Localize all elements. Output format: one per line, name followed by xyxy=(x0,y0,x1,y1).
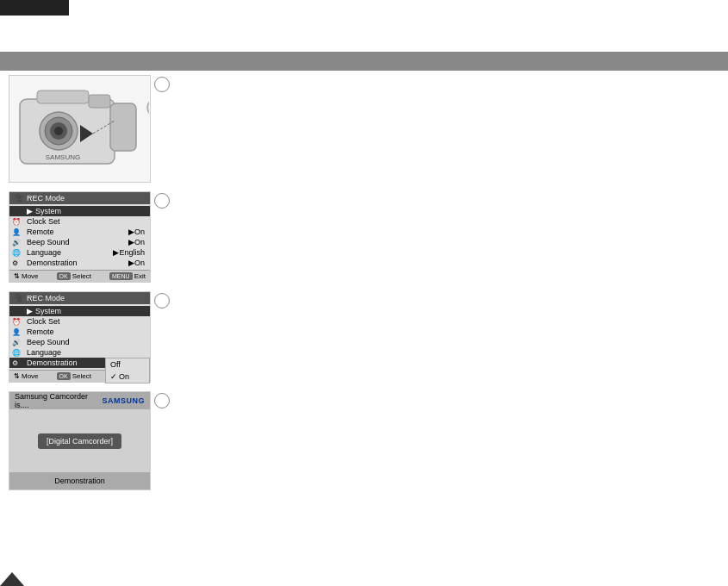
step1-marker-col xyxy=(151,75,177,92)
menu2-row-beep: 🔊 Beep Sound xyxy=(9,337,150,347)
menu2-row-system-label: System xyxy=(35,307,61,315)
step1-circle-marker xyxy=(154,77,170,92)
menu2-body: ▶ System ⏰ Clock Set 👤 Remote 🔊 Beep Sou… xyxy=(9,304,150,370)
menu2-cam-icon: 🎥 xyxy=(14,294,23,302)
left-column: SAMSUNG 🎥 REC Mode xyxy=(0,71,190,586)
menu2-row-beep-label: Beep Sound xyxy=(27,338,70,346)
demo-top-bar: Samsung Camcorder is.... SAMSUNG xyxy=(9,392,150,409)
menu1-menu-btn: MENU xyxy=(109,272,133,280)
menu1-row-language: 🌐 Language ▶English xyxy=(9,247,150,258)
menu1-footer-menu: MENU Exit xyxy=(109,272,146,280)
menu2-row-clockset-icon: ⏰ xyxy=(12,318,21,326)
menu2-footer-move: ⇅ Move xyxy=(14,372,39,380)
svg-rect-6 xyxy=(89,95,110,108)
menu-box-2: 🎥 REC Mode ▶ System ⏰ Clock Set 👤 xyxy=(9,291,151,383)
menu1-row-beep-arrow: ▶On xyxy=(128,238,145,246)
menu2-row-clockset: ⏰ Clock Set xyxy=(9,316,150,327)
menu1-row-demo-arrow: ▶On xyxy=(128,259,145,267)
submenu-on-item: ✓ On xyxy=(106,371,149,383)
svg-rect-7 xyxy=(110,103,136,151)
step3-circle-marker xyxy=(154,293,170,309)
menu2-title: REC Mode xyxy=(27,294,65,302)
digital-camcorder-button: [Digital Camcorder] xyxy=(38,433,121,449)
menu1-cam-icon: 🎥 xyxy=(14,194,23,203)
menu2-footer-ok: OK Select xyxy=(57,372,91,380)
step3-row: 🎥 REC Mode ▶ System ⏰ Clock Set 👤 xyxy=(9,291,181,383)
menu1-move-label: Move xyxy=(22,272,39,280)
menu2-row-language: 🌐 Language xyxy=(9,347,150,358)
menu1-row-beep-icon: 🔊 xyxy=(12,239,21,246)
menu2-move-icon: ⇅ xyxy=(14,372,20,380)
svg-point-4 xyxy=(54,127,63,135)
top-bar xyxy=(0,0,69,16)
main-content: SAMSUNG 🎥 REC Mode xyxy=(0,71,728,586)
svg-rect-5 xyxy=(37,90,89,103)
demo-bottom-bar: Demonstration xyxy=(9,472,150,489)
menu1-row-demo: ⚙ Demonstration ▶On xyxy=(9,258,150,268)
submenu-off-item: Off xyxy=(106,358,149,371)
menu1-row-remote-arrow: ▶On xyxy=(128,228,145,236)
step4-row: Samsung Camcorder is.... SAMSUNG [Digita… xyxy=(9,391,181,490)
menu2-select-label: Select xyxy=(72,372,91,380)
menu2-row-remote-icon: 👤 xyxy=(12,328,21,336)
menu1-row-remote: 👤 Remote ▶On xyxy=(9,227,150,237)
menu1-row-clockset-label: Clock Set xyxy=(27,217,60,226)
menu2-row-demo: ⚙ Demonstration Off ✓ On xyxy=(9,358,150,368)
menu1-row-system: ▶ System xyxy=(9,206,150,216)
menu1-select-label: Select xyxy=(72,272,91,280)
demo-screen-box: Samsung Camcorder is.... SAMSUNG [Digita… xyxy=(9,391,151,490)
menu2-row-system: ▶ System xyxy=(9,306,150,316)
menu2-row-language-label: Language xyxy=(27,348,61,357)
menu1-footer: ⇅ Move OK Select MENU Exit xyxy=(9,270,150,282)
menu1-footer-move: ⇅ Move xyxy=(14,272,39,280)
menu1-row-remote-icon: 👤 xyxy=(12,228,21,236)
menu2-row-demo-label: Demonstration xyxy=(27,358,78,367)
right-column xyxy=(190,71,728,586)
menu1-row-clockset: ⏰ Clock Set xyxy=(9,216,150,227)
menu1-row-clockset-icon: ⏰ xyxy=(12,218,21,226)
step3-marker-col xyxy=(151,291,177,309)
menu2-row-remote: 👤 Remote xyxy=(9,327,150,337)
menu2-titlebar: 🎥 REC Mode xyxy=(9,292,150,304)
camera-illustration: SAMSUNG xyxy=(11,78,149,181)
menu1-row-system-arrow: ▶ xyxy=(27,207,33,215)
step2-row: 🎥 REC Mode ▶ System ⏰ Clock Set 👤 xyxy=(9,191,181,283)
samsung-logo: SAMSUNG xyxy=(102,396,145,405)
submenu-on-label: On xyxy=(119,372,129,381)
menu2-move-label: Move xyxy=(22,372,39,380)
menu1-move-icon: ⇅ xyxy=(14,272,20,280)
menu2-row-system-arrow: ▶ xyxy=(27,307,33,315)
menu1-row-demo-icon: ⚙ xyxy=(12,259,18,267)
demo-content-area: [Digital Camcorder] xyxy=(9,409,150,472)
camera-image-box: SAMSUNG xyxy=(9,75,151,183)
menu1-row-language-label: Language xyxy=(27,248,61,257)
step2-circle-marker xyxy=(154,193,170,209)
menu1-row-remote-label: Remote xyxy=(27,228,54,236)
menu2-row-demo-icon: ⚙ xyxy=(12,359,18,367)
step4-marker-col xyxy=(151,391,177,408)
demo-top-text: Samsung Camcorder is.... xyxy=(15,392,102,409)
svg-text:SAMSUNG: SAMSUNG xyxy=(45,153,79,161)
menu1-row-lang-icon: 🌐 xyxy=(12,249,21,257)
menu-box-1: 🎥 REC Mode ▶ System ⏰ Clock Set 👤 xyxy=(9,191,151,283)
menu2-row-clockset-label: Clock Set xyxy=(27,317,60,326)
menu1-body: ▶ System ⏰ Clock Set 👤 Remote ▶On 🔊 xyxy=(9,204,150,270)
menu1-row-beep-label: Beep Sound xyxy=(27,238,70,246)
bottom-arrow-icon xyxy=(0,572,24,586)
step1-row: SAMSUNG xyxy=(9,75,181,183)
menu1-titlebar: 🎥 REC Mode xyxy=(9,192,150,204)
menu1-row-demo-label: Demonstration xyxy=(27,259,78,267)
menu1-row-system-label: System xyxy=(35,207,61,215)
menu2-ok-btn: OK xyxy=(57,372,71,380)
menu1-row-language-arrow: ▶English xyxy=(113,248,145,257)
menu2-row-beep-icon: 🔊 xyxy=(12,339,21,346)
demo-bottom-text: Demonstration xyxy=(54,477,105,485)
submenu-popup: Off ✓ On xyxy=(105,358,150,383)
menu1-footer-ok: OK Select xyxy=(57,272,91,280)
menu2-row-remote-label: Remote xyxy=(27,327,54,336)
menu1-row-beep: 🔊 Beep Sound ▶On xyxy=(9,237,150,247)
step2-marker-col xyxy=(151,191,177,209)
menu1-exit-label: Exit xyxy=(134,272,146,280)
menu2-row-lang-icon: 🌐 xyxy=(12,349,21,357)
step4-circle-marker xyxy=(154,393,170,408)
